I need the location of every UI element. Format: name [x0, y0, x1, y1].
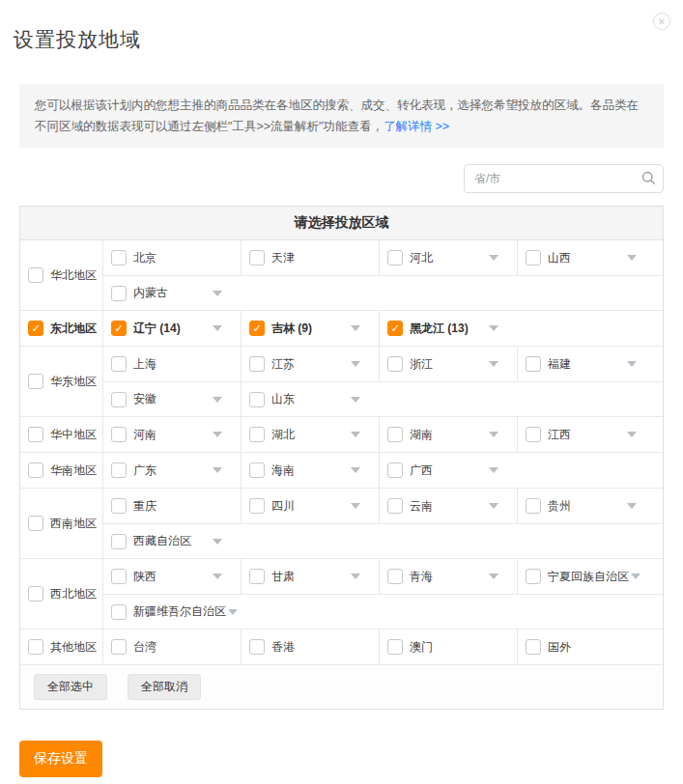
checkbox[interactable] [28, 267, 43, 283]
checkbox[interactable]: ✓ [249, 321, 265, 336]
chevron-down-icon[interactable] [351, 325, 360, 331]
checkbox[interactable] [387, 427, 403, 442]
province-cell[interactable]: 河北 [380, 240, 518, 275]
province-cell[interactable]: 宁夏回族自治区 [518, 559, 663, 594]
province-cell[interactable]: 浙江 [380, 347, 518, 381]
province-cell[interactable]: 山西 [518, 240, 663, 275]
province-cell[interactable]: 山东 [242, 382, 663, 416]
chevron-down-icon[interactable] [627, 432, 637, 437]
checkbox[interactable] [28, 586, 43, 602]
checkbox[interactable] [526, 427, 541, 442]
chevron-down-icon[interactable] [351, 432, 360, 437]
chevron-down-icon[interactable] [351, 503, 360, 509]
checkbox[interactable] [28, 462, 43, 478]
checkbox[interactable] [387, 498, 403, 514]
province-cell[interactable]: ✓吉林 (9) [242, 311, 380, 346]
province-cell[interactable]: 广西 [380, 453, 663, 488]
province-cell[interactable]: 上海 [103, 347, 242, 381]
region-cell[interactable]: 华南地区 [20, 453, 103, 488]
province-cell[interactable]: 贵州 [518, 489, 663, 523]
close-icon[interactable]: ✕ [653, 13, 670, 30]
checkbox[interactable] [249, 250, 265, 266]
checkbox[interactable] [387, 250, 403, 266]
checkbox[interactable] [249, 569, 265, 584]
learn-more-link[interactable]: 了解详情 >> [384, 120, 449, 133]
chevron-down-icon[interactable] [627, 255, 637, 261]
checkbox[interactable] [249, 356, 265, 372]
checkbox[interactable] [249, 427, 265, 442]
chevron-down-icon[interactable] [627, 503, 637, 509]
search-input[interactable] [464, 164, 664, 193]
checkbox[interactable] [526, 639, 541, 655]
chevron-down-icon[interactable] [489, 467, 498, 473]
chevron-down-icon[interactable] [213, 291, 222, 296]
chevron-down-icon[interactable] [489, 325, 498, 331]
checkbox[interactable] [526, 250, 541, 266]
checkbox[interactable] [387, 569, 403, 584]
province-cell[interactable]: 北京 [103, 240, 242, 275]
checkbox[interactable]: ✓ [387, 321, 403, 336]
province-cell[interactable]: 海南 [242, 453, 380, 488]
province-cell[interactable]: 江西 [518, 417, 663, 452]
province-cell[interactable]: 新疆维吾尔自治区 [103, 595, 663, 629]
checkbox[interactable] [111, 639, 127, 655]
province-cell[interactable]: 云南 [380, 489, 518, 523]
region-cell[interactable]: 西北地区 [20, 559, 103, 629]
chevron-down-icon[interactable] [489, 255, 498, 261]
checkbox[interactable] [111, 604, 127, 620]
checkbox[interactable] [387, 356, 403, 372]
checkbox[interactable] [526, 569, 541, 584]
region-cell[interactable]: 其他地区 [20, 630, 103, 664]
checkbox[interactable]: ✓ [111, 321, 127, 336]
checkbox[interactable] [111, 392, 127, 407]
province-cell[interactable]: 国外 [518, 630, 663, 664]
province-cell[interactable]: 广东 [103, 453, 242, 488]
region-cell[interactable]: 华东地区 [20, 347, 103, 416]
province-cell[interactable]: 内蒙古 [103, 276, 663, 310]
save-settings-button[interactable]: 保存设置 [19, 741, 102, 777]
chevron-down-icon[interactable] [631, 574, 640, 579]
province-cell[interactable]: 四川 [242, 489, 380, 523]
chevron-down-icon[interactable] [351, 467, 360, 473]
checkbox[interactable] [249, 392, 265, 407]
chevron-down-icon[interactable] [228, 609, 238, 615]
checkbox[interactable]: ✓ [28, 321, 43, 336]
search-icon[interactable] [641, 171, 656, 185]
cancel-all-button[interactable]: 全部取消 [128, 674, 201, 700]
checkbox[interactable] [249, 639, 265, 655]
checkbox[interactable] [387, 462, 403, 478]
checkbox[interactable] [28, 516, 43, 531]
chevron-down-icon[interactable] [627, 361, 637, 367]
province-cell[interactable]: 台湾 [103, 630, 242, 664]
checkbox[interactable] [387, 639, 403, 655]
chevron-down-icon[interactable] [351, 397, 360, 403]
chevron-down-icon[interactable] [351, 361, 360, 367]
province-cell[interactable]: 香港 [242, 630, 380, 664]
chevron-down-icon[interactable] [351, 574, 360, 579]
province-cell[interactable]: 甘肃 [242, 559, 380, 594]
province-cell[interactable]: ✓黑龙江 (13) [380, 311, 663, 346]
chevron-down-icon[interactable] [489, 432, 498, 437]
checkbox[interactable] [249, 462, 265, 478]
checkbox[interactable] [28, 374, 43, 389]
province-cell[interactable]: 陕西 [103, 559, 242, 594]
province-cell[interactable]: 湖南 [380, 417, 518, 452]
province-cell[interactable]: 江苏 [242, 347, 380, 381]
checkbox[interactable] [111, 569, 127, 584]
checkbox[interactable] [249, 498, 265, 514]
province-cell[interactable]: 湖北 [242, 417, 380, 452]
checkbox[interactable] [28, 427, 43, 442]
chevron-down-icon[interactable] [213, 539, 222, 545]
province-cell[interactable]: 天津 [242, 240, 380, 275]
checkbox[interactable] [28, 639, 43, 655]
province-cell[interactable]: 澳门 [380, 630, 518, 664]
select-all-button[interactable]: 全部选中 [34, 674, 107, 700]
checkbox[interactable] [111, 462, 127, 478]
checkbox[interactable] [111, 498, 127, 514]
province-cell[interactable]: 青海 [380, 559, 518, 594]
region-cell[interactable]: ✓东北地区 [20, 311, 103, 346]
checkbox[interactable] [526, 498, 541, 514]
region-cell[interactable]: 华北地区 [20, 240, 103, 310]
checkbox[interactable] [111, 286, 127, 301]
checkbox[interactable] [111, 250, 127, 266]
